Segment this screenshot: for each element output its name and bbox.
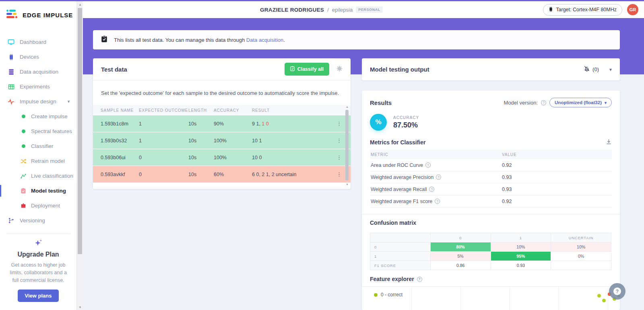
- table-scrollbar[interactable]: ▲ ▼: [345, 105, 349, 186]
- sidebar-item-label: Create impulse: [31, 113, 68, 119]
- breadcrumb-separator: /: [327, 7, 329, 13]
- sidebar-item-label: Model testing: [31, 188, 66, 194]
- sidebar-item-impulse-design[interactable]: Impulse design: [0, 94, 76, 109]
- feature-explorer-title: Feature explorer: [370, 276, 422, 282]
- breadcrumb-project[interactable]: epilepsia: [332, 7, 353, 13]
- matrix-cell: 10%: [491, 242, 551, 252]
- row-menu-icon[interactable]: [336, 171, 342, 177]
- bell-slash-icon: [584, 66, 590, 73]
- test-data-description: Set the 'expected outcome' for each samp…: [93, 80, 351, 105]
- sidebar-item-model-testing[interactable]: Model testing: [0, 183, 76, 198]
- data-acquisition-link[interactable]: Data acquisition: [246, 37, 284, 43]
- collapse-chevron-icon[interactable]: [609, 67, 612, 72]
- help-icon[interactable]: [417, 277, 422, 282]
- sidebar-item-label: Dashboard: [20, 39, 46, 45]
- scatter-point: [597, 294, 601, 298]
- help-icon[interactable]: [429, 187, 434, 192]
- target-device-button[interactable]: Target: Cortex-M4F 80MHz: [543, 4, 622, 16]
- sidebar-item-label: Spectral features: [31, 128, 72, 134]
- help-button[interactable]: [609, 283, 625, 300]
- model-output-header-card: Model testing output (0): [362, 58, 620, 80]
- sidebar-item-deployment[interactable]: Deployment: [0, 198, 76, 213]
- row-menu-icon[interactable]: [336, 121, 342, 127]
- model-output-title: Model testing output: [370, 66, 429, 73]
- column-header: METRIC: [370, 152, 502, 157]
- scatter-point: [602, 299, 606, 302]
- logo[interactable]: EDGE IMPULSE: [0, 1, 76, 21]
- row-menu-icon[interactable]: [336, 154, 342, 160]
- view-plans-button[interactable]: View plans: [18, 289, 59, 302]
- expected-outcome: 0: [139, 155, 188, 160]
- table-row[interactable]: 1.593b1c8m 1 10s 90% 9 1, 1 0: [93, 115, 351, 132]
- sidebar-item-label: Impulse design: [20, 99, 56, 105]
- question-mark-icon: [613, 287, 621, 295]
- page-scrollbar[interactable]: ▲ ▼: [76, 1, 83, 310]
- scroll-down-arrow-icon[interactable]: ▼: [77, 306, 83, 309]
- sidebar: EDGE IMPULSE Dashboard Devices Data acqu…: [0, 1, 76, 310]
- confusion-matrix: 0 1 UNCERTAIN 0 80% 10% 10% 1 5% 95% 0% …: [370, 233, 611, 270]
- scrollbar-thumb[interactable]: [345, 110, 349, 181]
- scroll-up-arrow-icon[interactable]: ▲: [77, 3, 83, 6]
- table-row[interactable]: 0.593b06ui 0 10s 100% 10 0: [93, 149, 351, 166]
- sidebar-item-experiments[interactable]: Experiments: [0, 79, 76, 94]
- notification-count: (0): [592, 66, 599, 72]
- scroll-down-arrow-icon[interactable]: ▼: [345, 183, 349, 186]
- model-version-select[interactable]: Unoptimized (float32): [549, 98, 612, 107]
- avatar[interactable]: GR: [627, 4, 638, 15]
- help-icon[interactable]: [425, 162, 431, 168]
- results-title: Results: [370, 99, 392, 106]
- upgrade-section: Upgrade Plan Get access to higher job li…: [0, 234, 76, 302]
- personal-badge: PERSONAL: [356, 6, 383, 13]
- test-data-card: Test data Classify all Set the 'expected…: [93, 58, 351, 189]
- help-icon[interactable]: [436, 175, 441, 180]
- scroll-up-arrow-icon[interactable]: ▲: [345, 105, 349, 108]
- model-output-body-card: Results Model version: Unoptimized (floa…: [362, 90, 620, 310]
- legend-item[interactable]: 0 - correct: [374, 292, 402, 298]
- edge-impulse-logo-icon: [6, 9, 19, 21]
- matrix-cell: 95%: [491, 252, 551, 261]
- database-icon: [8, 68, 14, 75]
- accuracy-label: ACCURACY: [393, 115, 419, 120]
- matrix-cell: 10%: [551, 242, 611, 252]
- sidebar-item-retrain-model[interactable]: Retrain model: [0, 154, 76, 168]
- sidebar-item-spectral-features[interactable]: Spectral features: [0, 124, 76, 139]
- matrix-cell: 5%: [430, 252, 491, 261]
- help-icon[interactable]: [541, 100, 546, 105]
- metric-row: Area under ROC Curve 0.92: [370, 159, 612, 171]
- sidebar-item-dashboard[interactable]: Dashboard: [0, 35, 76, 49]
- table-row[interactable]: 1.593b0s32 1 10s 100% 10 1: [93, 132, 351, 149]
- sidebar-item-devices[interactable]: Devices: [0, 49, 76, 64]
- sidebar-item-live-classification[interactable]: Live classification: [0, 168, 76, 183]
- download-button[interactable]: [606, 139, 612, 146]
- waveform-icon: [8, 98, 14, 105]
- sidebar-item-create-impulse[interactable]: Create impulse: [0, 109, 76, 124]
- help-icon[interactable]: [435, 199, 440, 204]
- settings-button[interactable]: [336, 66, 343, 73]
- sample-length: 10s: [188, 138, 214, 144]
- matrix-corner: [370, 233, 431, 242]
- gridline: [510, 287, 510, 310]
- scrollbar-thumb[interactable]: [78, 8, 82, 254]
- classify-all-button[interactable]: Classify all: [285, 63, 329, 76]
- sample-result: 9 1, 1 0: [252, 121, 320, 127]
- sidebar-item-data-acquisition[interactable]: Data acquisition: [0, 64, 76, 79]
- live-classification-icon: [21, 172, 26, 179]
- grid-icon: [8, 83, 14, 90]
- monitor-icon: [8, 39, 14, 45]
- table-row[interactable]: 0.593avkkf 0 10s 60% 6 0, 2 1, 2 uncerta…: [93, 166, 351, 183]
- divider: [362, 214, 620, 214]
- accuracy-value: 87.50%: [393, 121, 419, 129]
- sample-length: 10s: [188, 155, 214, 160]
- sidebar-item-versioning[interactable]: Versioning: [0, 213, 76, 228]
- metrics-title: Metrics for Classifier: [370, 139, 426, 146]
- breadcrumb-org[interactable]: GRAZIELE RODRIGUES: [260, 7, 324, 13]
- branch-icon: [8, 217, 14, 224]
- matrix-col-header: 1: [491, 233, 551, 242]
- sample-accuracy: 60%: [214, 172, 252, 177]
- row-menu-icon[interactable]: [336, 138, 342, 144]
- sidebar-item-label: Devices: [20, 54, 39, 60]
- legend-label: 0 - correct: [381, 292, 402, 298]
- matrix-col-header: 0: [430, 233, 491, 242]
- sidebar-item-classifier[interactable]: Classifier: [0, 139, 76, 154]
- notifications-toggle[interactable]: (0): [584, 66, 599, 73]
